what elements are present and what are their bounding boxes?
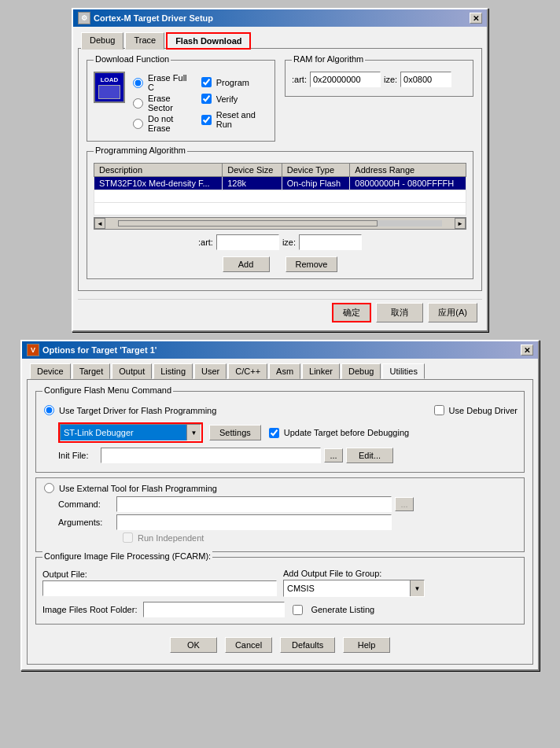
program-label: Program [216, 78, 249, 87]
options-ok-button[interactable]: OK [170, 637, 217, 653]
use-target-driver-radio[interactable] [44, 405, 54, 415]
use-debug-driver-label: Use Debug Driver [449, 406, 518, 415]
tab-target[interactable]: Target [72, 363, 111, 379]
output-file-input[interactable] [42, 580, 277, 596]
cell-address-range: 08000000H - 0800FFFFH [350, 177, 466, 190]
arguments-input [116, 514, 392, 530]
ram-algorithm-title: RAM for Algorithm [292, 54, 365, 64]
algo-size-label: ize: [282, 238, 296, 247]
generate-listing-checkbox[interactable] [293, 605, 303, 615]
program-checkbox[interactable] [201, 77, 212, 87]
dropdown-arrow-icon[interactable]: ▼ [186, 425, 201, 440]
tab-asm[interactable]: Asm [269, 363, 300, 379]
scroll-track [118, 220, 442, 227]
tab-cpp[interactable]: C/C++ [228, 363, 267, 379]
group-dropdown-arrow-icon[interactable]: ▼ [410, 580, 424, 596]
tab-row: Debug Trace Flash Download [78, 31, 482, 49]
options-bottom-buttons: OK Cancel Defaults Help [34, 632, 526, 658]
load-icon-graphic [98, 85, 120, 99]
tab-trace[interactable]: Trace [125, 32, 164, 50]
do-not-erase-label: Do not Erase [148, 114, 193, 133]
reset-run-checkbox[interactable] [201, 115, 212, 125]
erase-sector-radio[interactable] [133, 98, 143, 109]
ok-button[interactable]: 确定 [332, 303, 371, 322]
do-not-erase-radio[interactable] [133, 119, 143, 129]
init-file-label: Init File: [58, 451, 98, 460]
cancel-button[interactable]: 取消 [376, 303, 423, 322]
debugger-dropdown-wrapper: ST-Link Debugger ▼ [58, 422, 203, 443]
tab-user[interactable]: User [194, 363, 227, 379]
init-browse-button[interactable]: ... [324, 448, 343, 462]
use-external-tool-label: Use External Tool for Flash Programming [59, 484, 217, 493]
erase-full-c-label: Erase Full C [148, 73, 193, 92]
configure-flash-group: Configure Flash Menu Command Use Target … [35, 391, 525, 473]
verify-label: Verify [216, 94, 238, 104]
ram-algorithm-group: RAM for Algorithm :art: ize: [285, 60, 473, 97]
erase-sector-option: Erase Sector [131, 94, 193, 112]
scroll-thumb[interactable] [118, 220, 378, 227]
close-button[interactable]: ✕ [470, 13, 482, 24]
update-target-checkbox[interactable] [269, 428, 279, 438]
scroll-right-button[interactable]: ► [455, 218, 466, 229]
use-external-tool-radio[interactable] [44, 483, 54, 493]
defaults-button[interactable]: Defaults [280, 637, 335, 653]
edit-button[interactable]: Edit... [346, 448, 393, 463]
cortex-m-window: ⚙ Cortex-M Target Driver Setup ✕ Debug T… [72, 8, 488, 332]
configure-flash-title: Configure Flash Menu Command [42, 385, 173, 395]
use-target-driver-label: Use Target Driver for Flash Programming [59, 406, 216, 415]
ram-start-input[interactable] [310, 72, 381, 87]
arguments-label: Arguments: [58, 518, 113, 527]
table-hscrollbar[interactable]: ◄ ► [94, 217, 466, 230]
tab-debug[interactable]: Debug [341, 363, 381, 379]
update-target-label: Update Target before Debugging [284, 428, 409, 437]
ram-start-label: :art: [292, 75, 307, 84]
programming-algorithm-group: Programming Algorithm Description Device… [87, 151, 473, 279]
tab-device[interactable]: Device [30, 363, 71, 379]
tab-output[interactable]: Output [112, 363, 152, 379]
tab-utilities[interactable]: Utilities [382, 363, 424, 379]
group-dropdown[interactable]: CMSIS ▼ [283, 580, 425, 597]
do-not-erase-option: Do not Erase [131, 114, 193, 133]
erase-sector-label: Erase Sector [148, 94, 193, 112]
tab-linker[interactable]: Linker [302, 363, 340, 379]
command-browse-button: ... [395, 497, 414, 511]
flash-download-content: Download Function LOAD Erase Full C [78, 48, 482, 291]
algo-start-input[interactable] [216, 234, 279, 250]
verify-checkbox[interactable] [201, 94, 212, 104]
erase-full-c-option: Erase Full C [131, 73, 193, 92]
generate-listing-label: Generate Listing [311, 605, 374, 614]
debugger-dropdown-text: ST-Link Debugger [61, 426, 186, 439]
tab-listing[interactable]: Listing [153, 363, 193, 379]
options-close-button[interactable]: ✕ [521, 345, 533, 356]
tab-flash-download[interactable]: Flash Download [166, 32, 251, 50]
table-row[interactable]: STM32F10x Med-density F... 128k On-chip … [94, 177, 466, 190]
init-file-input[interactable] [101, 448, 321, 463]
image-processing-title: Configure Image File Processing (FCARM): [42, 551, 212, 561]
add-to-group-label: Add Output File to Group: [283, 569, 518, 578]
settings-button[interactable]: Settings [209, 425, 261, 440]
download-function-group: Download Function LOAD Erase Full C [87, 60, 275, 142]
apply-button[interactable]: 应用(A) [428, 303, 477, 322]
use-external-tool-option: Use External Tool for Flash Programming [42, 483, 518, 493]
command-input [116, 496, 392, 512]
options-tab-row: Device Target Output Listing User C/C++ … [27, 363, 533, 380]
add-button[interactable]: Add [223, 256, 270, 272]
tab-debug[interactable]: Debug [81, 32, 123, 50]
table-row-empty2 [94, 203, 466, 216]
image-root-label: Image Files Root Folder: [42, 605, 137, 614]
programming-algorithm-title: Programming Algorithm [94, 146, 187, 155]
output-file-label: Output File: [42, 569, 277, 579]
options-cancel-button[interactable]: Cancel [225, 637, 272, 653]
debugger-dropdown[interactable]: ST-Link Debugger ▼ [60, 424, 201, 441]
cortex-m-body: Debug Trace Flash Download Download Func… [73, 27, 487, 330]
scroll-left-button[interactable]: ◄ [94, 218, 105, 229]
help-button[interactable]: Help [343, 637, 390, 653]
use-debug-driver-checkbox[interactable] [434, 405, 444, 415]
options-body: Device Target Output Listing User C/C++ … [22, 359, 538, 669]
erase-full-c-radio[interactable] [133, 78, 143, 88]
ram-size-input[interactable] [400, 72, 451, 87]
algo-size-input[interactable] [299, 234, 362, 250]
load-icon: LOAD [94, 72, 125, 103]
image-root-input[interactable] [143, 602, 285, 617]
remove-button[interactable]: Remove [286, 256, 338, 272]
